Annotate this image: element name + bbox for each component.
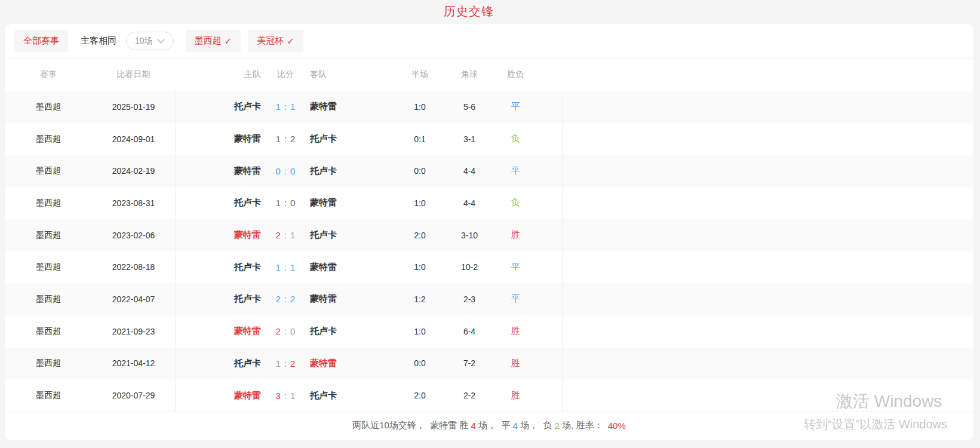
- league-cell: 墨西超: [5, 102, 92, 112]
- header-corners: 角球: [447, 69, 492, 80]
- header-result: 胜负: [492, 69, 539, 80]
- result-badge: 胜: [492, 229, 539, 241]
- table-row: 墨西超 2025-01-19 托卢卡 1:1 蒙特雷 1:0 5-6 平: [5, 91, 973, 123]
- score-cell: 0:0: [261, 166, 310, 176]
- score-separator: :: [284, 198, 287, 208]
- corners-cell: 4-4: [447, 198, 492, 208]
- away-team: 托卢卡: [310, 390, 393, 401]
- date-cell: 2023-08-31: [92, 198, 175, 208]
- score-cell: 1:2: [261, 134, 310, 144]
- result-badge: 胜: [492, 390, 539, 401]
- corners-cell: 7-2: [447, 358, 492, 368]
- away-goals: 0: [290, 198, 295, 208]
- away-goals: 2: [290, 358, 295, 369]
- away-team: 托卢卡: [310, 326, 393, 337]
- home-goals: 1: [276, 358, 281, 369]
- date-cell: 2022-08-18: [92, 262, 175, 272]
- score-separator: :: [284, 230, 287, 240]
- match-count-value: 10场: [135, 36, 153, 47]
- home-goals: 3: [276, 391, 281, 401]
- summary-segment: 场， 负: [518, 420, 555, 431]
- home-team: 蒙特雷: [175, 229, 261, 241]
- date-cell: 2021-09-23: [92, 327, 175, 336]
- away-team: 蒙特雷: [310, 293, 393, 305]
- table-row: 墨西超 2021-09-23 蒙特雷 2:0 托卢卡 1:0 6-4 胜: [5, 315, 973, 348]
- score-separator: :: [284, 358, 287, 369]
- table-row: 墨西超 2022-04-07 托卢卡 2:2 蒙特雷 1:2 2-3 平: [5, 283, 973, 315]
- score-separator: :: [284, 134, 287, 144]
- away-goals: 2: [290, 294, 295, 304]
- date-cell: 2025-01-19: [92, 102, 175, 112]
- halftime-cell: 0:0: [393, 166, 447, 176]
- match-count-dropdown[interactable]: 10场: [126, 32, 174, 50]
- halftime-cell: 2:0: [393, 391, 447, 400]
- corners-cell: 10-2: [447, 262, 492, 272]
- home-goals: 1: [276, 198, 281, 208]
- score-separator: :: [284, 102, 287, 112]
- tab-all-events[interactable]: 全部赛事: [14, 30, 68, 52]
- summary-segment: 场， 平: [476, 420, 513, 431]
- home-goals: 1: [276, 102, 281, 112]
- tab-home-away-same[interactable]: 主客相同: [81, 35, 116, 47]
- halftime-cell: 1:0: [393, 262, 447, 272]
- filter-bar: 全部赛事 主客相同 10场 墨西超 ✓ 美冠杯 ✓: [5, 24, 973, 59]
- checkmark-icon: ✓: [287, 36, 294, 47]
- league-filter-label: 墨西超: [195, 35, 222, 47]
- summary-segment: 4: [471, 421, 476, 431]
- league-cell: 墨西超: [5, 390, 92, 401]
- home-team: 蒙特雷: [175, 390, 261, 401]
- home-goals: 2: [276, 230, 281, 240]
- result-badge: 平: [492, 262, 539, 273]
- page-title: 历史交锋: [0, 0, 938, 23]
- home-team: 托卢卡: [175, 101, 261, 112]
- away-team: 蒙特雷: [310, 101, 393, 112]
- away-team: 蒙特雷: [310, 358, 393, 369]
- league-filter-concacaf-cup[interactable]: 美冠杯 ✓: [248, 30, 303, 52]
- league-filter-label: 美冠杯: [257, 35, 284, 47]
- table-row: 墨西超 2024-09-01 蒙特雷 1:2 托卢卡 0:1 3-1 负: [5, 123, 973, 155]
- league-filter-liga-mx[interactable]: 墨西超 ✓: [186, 30, 241, 52]
- home-team: 托卢卡: [175, 358, 261, 369]
- away-goals: 0: [290, 166, 295, 176]
- league-cell: 墨西超: [5, 165, 92, 176]
- halftime-cell: 2:0: [393, 231, 447, 240]
- home-goals: 2: [276, 294, 281, 304]
- date-cell: 2022-04-07: [92, 294, 175, 304]
- h2h-panel: 全部赛事 主客相同 10场 墨西超 ✓ 美冠杯 ✓ 赛事 比赛日期 主队 比分 …: [5, 24, 973, 440]
- halftime-cell: 1:0: [393, 198, 447, 208]
- league-cell: 墨西超: [5, 198, 92, 208]
- corners-cell: 2-2: [447, 391, 492, 400]
- checkmark-icon: ✓: [225, 36, 232, 47]
- league-cell: 墨西超: [5, 358, 92, 369]
- date-cell: 2020-07-29: [92, 391, 175, 400]
- home-goals: 1: [276, 262, 281, 272]
- home-team: 蒙特雷: [175, 165, 261, 177]
- result-badge: 胜: [492, 326, 539, 337]
- table-row: 墨西超 2021-04-12 托卢卡 1:2 蒙特雷 0:0 7-2 胜: [5, 348, 973, 380]
- header-date: 比赛日期: [92, 69, 175, 80]
- column-divider: [175, 91, 176, 412]
- summary-segment: 40%: [608, 421, 626, 431]
- summary-segment: 4: [513, 421, 518, 431]
- away-goals: 2: [290, 134, 295, 144]
- score-separator: :: [284, 166, 287, 176]
- corners-cell: 2-3: [447, 294, 492, 304]
- score-cell: 1:1: [261, 262, 310, 272]
- home-goals: 1: [276, 134, 281, 144]
- score-cell: 1:0: [261, 198, 310, 208]
- summary-segment: 2: [555, 421, 560, 431]
- score-separator: :: [284, 391, 287, 401]
- date-cell: 2021-04-12: [92, 358, 175, 368]
- home-team: 蒙特雷: [175, 326, 261, 337]
- date-cell: 2024-09-01: [92, 134, 175, 144]
- league-cell: 墨西超: [5, 326, 92, 337]
- date-cell: 2023-02-06: [92, 231, 175, 240]
- result-badge: 平: [492, 293, 539, 305]
- header-league: 赛事: [5, 69, 92, 80]
- date-cell: 2024-02-19: [92, 166, 175, 176]
- table-row: 墨西超 2023-08-31 托卢卡 1:0 蒙特雷 1:0 4-4 负: [5, 187, 973, 219]
- away-team: 托卢卡: [310, 165, 393, 177]
- halftime-cell: 1:0: [393, 102, 447, 112]
- summary-line: 两队近10场交锋， 蒙特雷 胜 4 场， 平 4 场， 负 2 场, 胜率： 4…: [5, 412, 973, 440]
- halftime-cell: 1:2: [393, 294, 447, 304]
